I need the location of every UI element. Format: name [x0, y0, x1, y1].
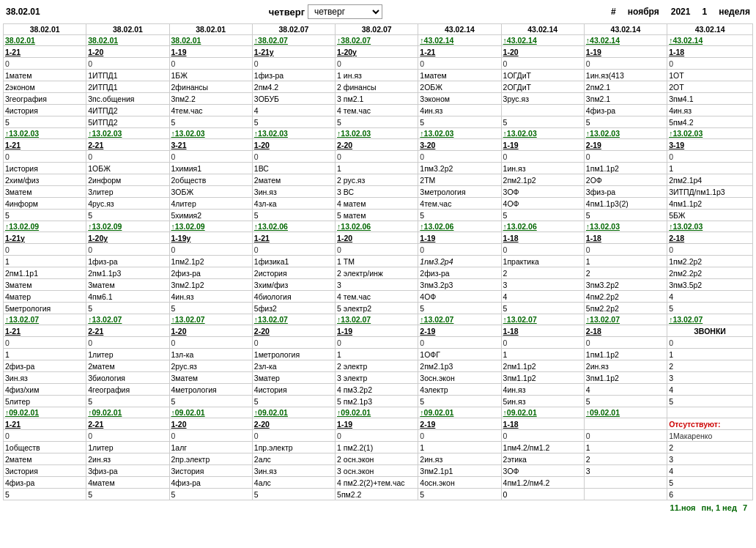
cell-4-1-3: 0 [252, 430, 335, 442]
cell-4-1-4: 0 [336, 430, 418, 442]
cell-2-0-7: 1-18 [584, 232, 667, 244]
date-cell-1-2[interactable]: ↑13.02.03 [169, 128, 252, 139]
data-row-0-0: 1-211-201-191-21у1-20у1-211-201-191-18 [4, 46, 753, 58]
cell-2-2-2: 1пм2.1р2 [169, 256, 252, 267]
date-cell-0-7[interactable]: ↑43.02.14 [584, 35, 667, 46]
cell-0-3-3: 2пм4.2 [252, 81, 335, 93]
date-cell-0-2[interactable]: 38.02.01 [169, 35, 252, 46]
cell-3-4-3: 3матер [252, 372, 335, 384]
date-cell-3-3[interactable]: ↑13.02.07 [252, 314, 335, 325]
cell-2-6-5: 5 [418, 303, 501, 314]
cell-3-5-4: 4 пм3.2р2 [336, 384, 418, 396]
cell-0-5-3: 4 [252, 105, 335, 116]
date-cell-1-5[interactable]: ↑13.02.03 [418, 128, 501, 139]
page-container: 38.02.01 четверг четверг понедельник вто… [0, 0, 756, 548]
cell-3-5-6: 4ин.яз [501, 384, 584, 396]
date-cell-0-3[interactable]: ↑38.02.07 [252, 35, 335, 46]
cell-1-5-4: 4 матем [336, 198, 418, 210]
cell-1-2-6: 1ин.яз [501, 163, 584, 174]
date-cell-3-4[interactable]: ↑13.02.07 [336, 314, 418, 325]
cell-1-2-3: 1ВС [252, 163, 335, 174]
date-cell-2-2[interactable]: ↑13.02.09 [169, 221, 252, 232]
date-cell-3-1[interactable]: ↑13.02.07 [86, 314, 169, 325]
date-cell-2-4[interactable]: ↑13.02.06 [336, 221, 418, 232]
date-cell-2-1[interactable]: ↑13.02.09 [86, 221, 169, 232]
cell-3-0-8: ЗВОНКИ [667, 325, 753, 337]
date-cell-3-7[interactable]: ↑13.02.07 [584, 314, 667, 325]
cell-0-4-3: 3ОБУБ [252, 93, 335, 105]
date-cell-4-0[interactable]: ↑09.02.01 [4, 407, 86, 418]
cell-0-4-1: 3пс.общения [86, 93, 169, 105]
date-cell-0-4[interactable]: ↑38.02.07 [336, 35, 418, 46]
date-cell-3-2[interactable]: ↑13.02.07 [169, 314, 252, 325]
data-row-0-4: 3география3пс.общения3пм2.23ОБУБ3 пм2.13… [4, 93, 753, 105]
cell-4-0-3: 2-20 [252, 418, 335, 430]
date-cell-2-7[interactable]: ↑13.02.03 [584, 221, 667, 232]
date-cell-0-0[interactable]: 38.02.01 [4, 35, 86, 46]
cell-1-5-5: 4тем.час [418, 198, 501, 210]
data-row-4-0: 1-212-211-202-201-192-191-18Отсутствуют: [4, 418, 753, 430]
date-cell-1-3[interactable]: ↑13.02.03 [252, 128, 335, 139]
month-label: ноября [628, 7, 659, 17]
date-cell-2-3[interactable]: ↑13.02.06 [252, 221, 335, 232]
cell-3-3-0: 2физ-ра [4, 360, 86, 372]
data-row-2-2: 11физ-ра1пм2.1р21физика11 ТМ1пм3.2р41пра… [4, 256, 753, 267]
date-cell-2-6[interactable]: ↑13.02.06 [501, 221, 584, 232]
cell-2-5-3: 4биология [252, 291, 335, 303]
cell-2-5-6: 4 [501, 291, 584, 303]
cell-0-4-4: 3 пм2.1 [336, 93, 418, 105]
cell-1-4-5: 3метрология [418, 186, 501, 198]
cell-2-5-1: 4пм6.1 [86, 291, 169, 303]
date-cell-1-8[interactable]: ↑13.02.03 [667, 128, 753, 139]
date-cell-3-0[interactable]: ↑13.02.07 [4, 314, 86, 325]
date-cell-1-0[interactable]: ↑13.02.03 [4, 128, 86, 139]
date-cell-2-0[interactable]: ↑13.02.09 [4, 221, 86, 232]
cell-4-0-1: 2-21 [86, 418, 169, 430]
date-cell-4-3[interactable]: ↑09.02.01 [252, 407, 335, 418]
date-cell-4-7[interactable]: ↑09.02.01 [584, 407, 667, 418]
date-cell-4-4[interactable]: ↑09.02.01 [336, 407, 418, 418]
date-cell-4-5[interactable]: ↑09.02.01 [418, 407, 501, 418]
date-cell-4-8[interactable] [667, 407, 753, 418]
footer: 11.ноя пн, 1 нед 7 [3, 500, 753, 515]
date-cell-0-8[interactable]: ↑43.02.14 [667, 35, 753, 46]
cell-3-6-0: 5литер [4, 396, 86, 407]
day-select[interactable]: четверг понедельник вторник среда пятниц… [308, 4, 382, 19]
cell-0-2-8: 1ОТ [667, 70, 753, 81]
date-cell-2-5[interactable]: ↑13.02.06 [418, 221, 501, 232]
date-cell-4-1[interactable]: ↑09.02.01 [86, 407, 169, 418]
data-row-4-1: 000000001Макаренко [4, 430, 753, 442]
date-cell-0-1[interactable]: 38.02.01 [86, 35, 169, 46]
date-cell-1-4[interactable]: ↑13.02.03 [336, 128, 418, 139]
cell-0-2-0: 1матем [4, 70, 86, 81]
date-cell-1-6[interactable]: ↑13.02.03 [501, 128, 584, 139]
date-cell-4-6[interactable]: ↑09.02.01 [501, 407, 584, 418]
cell-4-5-7 [584, 477, 667, 489]
cell-3-6-6: 5ин.яз [501, 396, 584, 407]
date-cell-0-6[interactable]: ↑43.02.14 [501, 35, 584, 46]
date-cell-4-2[interactable]: ↑09.02.01 [169, 407, 252, 418]
date-cell-1-7[interactable]: ↑13.02.03 [584, 128, 667, 139]
cell-4-3-6: 2этика [501, 453, 584, 465]
cell-0-1-7: 0 [584, 58, 667, 70]
cell-2-0-2: 1-19у [169, 232, 252, 244]
col-code-1: 38.02.01 [6, 7, 40, 17]
date-cell-2-8[interactable]: ↑13.02.03 [667, 221, 753, 232]
date-cell-3-5[interactable]: ↑13.02.07 [418, 314, 501, 325]
cell-3-3-8: 2 [667, 360, 753, 372]
cell-4-2-1: 1литер [86, 442, 169, 453]
cell-1-5-8: 4пм1.1р2 [667, 198, 753, 210]
date-cell-0-5[interactable]: ↑43.02.14 [418, 35, 501, 46]
data-row-3-3: 2физ-ра2матем2рус.яз2зл-ка2 электр2пм2.1… [4, 360, 753, 372]
cell-3-1-1: 0 [86, 337, 169, 349]
cell-2-1-2: 0 [169, 244, 252, 256]
cell-4-1-1: 0 [86, 430, 169, 442]
cell-3-2-8: 1 [667, 349, 753, 360]
cell-3-6-8: 5 [667, 396, 753, 407]
cell-0-5-4: 4 тем.час [336, 105, 418, 116]
date-cell-3-6[interactable]: ↑13.02.07 [501, 314, 584, 325]
date-cell-1-1[interactable]: ↑13.02.03 [86, 128, 169, 139]
cell-3-1-4: 0 [336, 337, 418, 349]
cell-3-3-2: 2рус.яз [169, 360, 252, 372]
date-cell-3-8[interactable]: ↑13.02.07 [667, 314, 753, 325]
